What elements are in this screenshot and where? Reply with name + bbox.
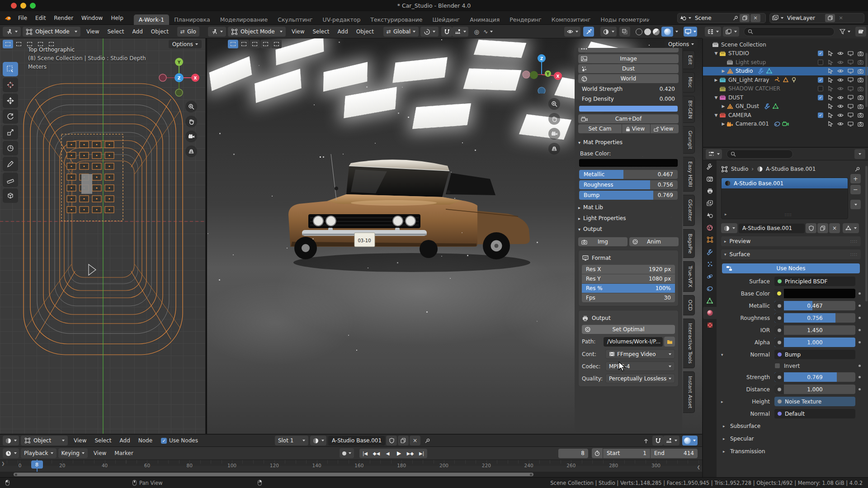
select-mode-button[interactable] [3,40,13,48]
workspace-tab[interactable]: Планировка [169,14,215,25]
snap-settings-dropdown[interactable] [663,436,679,446]
selectable-icon[interactable] [826,121,835,127]
keyframe-dot[interactable] [859,376,861,378]
use-nodes-button[interactable]: Use Nodes [722,263,860,273]
outliner-item-label[interactable]: Light setup [736,59,766,66]
distance-row-slider[interactable]: 1.000 [774,385,855,394]
pin-icon[interactable] [732,14,739,21]
grid-perspective-button[interactable] [548,143,560,155]
unlink-material-button[interactable]: × [410,436,420,446]
selectable-icon[interactable] [826,86,835,91]
normal-default-field[interactable]: Default [774,409,855,418]
outliner-row[interactable]: ▼DUST✓ [703,93,868,102]
options-button[interactable]: Options [169,40,202,48]
auto-key-button[interactable] [340,448,354,458]
viewlayer-name[interactable]: ViewLayer [783,15,824,21]
workspace-tab[interactable]: UV-редактор [318,14,366,25]
light-properties-section[interactable]: ▸Light Properties [578,213,679,224]
timeline-menu-marker[interactable]: Marker [110,450,137,456]
workspace-tab[interactable]: Рендеринг [505,14,547,25]
selectable-icon[interactable] [826,60,835,65]
sidebar-tab-easy-hdri[interactable]: Easy HDRI [683,157,695,192]
selectable-icon[interactable] [826,68,835,74]
outliner-scrollbar[interactable] [865,53,868,107]
invert-checkbox[interactable] [774,363,780,369]
end-frame-field[interactable]: End414 [651,449,698,458]
xray-toggle[interactable] [619,27,630,37]
fake-user-button[interactable] [386,436,397,446]
disable-viewport-icon[interactable] [845,86,855,91]
outliner-item-label[interactable]: Scene Collection [721,42,766,48]
viewport-menu-add[interactable]: Add [128,28,147,35]
proportional-edit-toggle[interactable]: ◎ [471,27,482,37]
new-viewlayer-button[interactable] [825,14,835,22]
visibility-checkbox[interactable] [818,60,823,65]
timeline-editor-type[interactable] [3,448,19,458]
disable-render-icon[interactable] [855,86,865,91]
disable-viewport-icon[interactable] [845,104,855,109]
disable-render-icon[interactable] [855,60,865,65]
viewport-menu-select[interactable]: Select [103,28,128,35]
base-color-swatch[interactable] [774,289,855,298]
keyframe-dot[interactable] [859,388,861,390]
properties-editor-type[interactable] [706,149,722,159]
orientation-dropdown[interactable]: ⇄Global [383,27,419,37]
grid-perspective-button[interactable] [185,145,197,157]
pivot-point-dropdown[interactable] [420,27,439,37]
slot-specials-dropdown[interactable] [850,200,861,209]
material-name-field[interactable]: A-Studio Base.001 [739,224,805,233]
codec-dropdown[interactable]: MPEG-4 [605,361,675,371]
viewport-menu-add[interactable]: Add [334,28,352,35]
outliner-row[interactable]: ▶Camera.001 [703,120,868,129]
disable-viewport-icon[interactable] [845,113,855,117]
expand-toggle[interactable]: ▶ [713,78,719,82]
expand-toggle[interactable]: ▼ [713,113,719,117]
overlays-dropdown[interactable] [600,27,617,37]
outliner-item-label[interactable]: GN_Light Array [728,77,769,83]
sidebar-tab-bagapie[interactable]: BagaPie [683,229,695,258]
move-tool[interactable] [3,94,18,108]
sidebar-tab-true-vfx[interactable]: True-VFX [683,261,695,292]
properties-tab-world[interactable] [703,221,717,234]
remove-slot-button[interactable]: − [850,185,861,194]
select-mode-button[interactable] [239,40,249,48]
height-texture-field[interactable]: Noise Texture [774,397,855,406]
camera-view-button[interactable] [185,131,197,142]
new-collection-button[interactable] [855,27,866,37]
expand-toggle[interactable]: ▼ [713,51,719,56]
select-mode-button[interactable] [260,40,271,48]
sidebar-tab-interactive-tools[interactable]: Interactive Tools [683,319,695,368]
left-viewport[interactable]: Options Top Orthographic (8) Scene Colle… [0,38,206,434]
outliner-row[interactable]: Scene Collection [703,40,868,49]
unlink-material-button[interactable]: × [829,223,840,233]
mat-properties-header[interactable]: ▾Mat Properties [578,137,679,148]
node-specials-dropdown[interactable] [843,223,859,233]
copy-material-button[interactable] [817,223,828,233]
add-cube-tool[interactable] [3,188,18,203]
hide-icon[interactable] [835,78,845,82]
sidebar-tab-instant-asset[interactable]: Instant Asset [683,371,695,413]
transmission-panel[interactable]: ▸Transmission [721,445,861,458]
preview-panel-header[interactable]: ▸Preview:::: [721,236,861,246]
outliner-item-label[interactable]: SHADOW CATCHER [728,85,780,92]
material-slot-list[interactable]: A-Studio Base.001 ▸ :::: [721,178,848,219]
color-bar[interactable] [579,106,678,112]
browse-folder-button[interactable] [664,337,675,347]
expand-toggle[interactable]: ▶ [720,104,726,108]
timeline-menu-view[interactable]: View [90,450,110,456]
cont-dropdown[interactable]: FFmpeg Video [605,349,675,359]
shading-rendered[interactable] [661,27,673,37]
quality-dropdown[interactable]: Perceptually Lossless [605,374,675,383]
outliner-item-label[interactable]: CAMERA [728,112,751,118]
fake-user-button[interactable] [806,223,816,233]
viewport-render-toggle[interactable] [684,27,697,37]
use-nodes-checkbox[interactable]: ✓Use Nodes [161,437,198,444]
properties-tab-material[interactable] [703,307,717,319]
world-button[interactable]: World [578,74,679,83]
disable-render-icon[interactable] [855,122,865,127]
select-mode-button[interactable] [271,40,282,48]
snap-toggle[interactable] [441,27,452,37]
shader-menu-add[interactable]: Add [116,437,134,444]
visibility-checkbox[interactable]: ✓ [818,113,823,118]
scene-name[interactable]: Scene [691,15,732,21]
